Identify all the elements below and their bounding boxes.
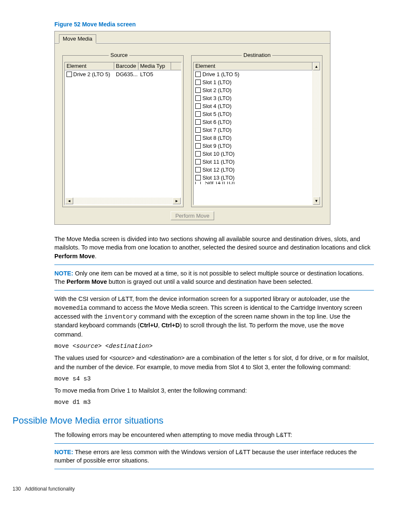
destination-list[interactable]: Element Drive 1 (LTO 5)Slot 1 (LTO)Slot … <box>193 62 320 205</box>
checkbox-icon[interactable] <box>195 135 201 141</box>
list-item[interactable]: Slot 2 (LTO) <box>194 86 312 94</box>
source-list[interactable]: Element Barcode Media Typ Drive 2 (LTO 5… <box>64 62 182 205</box>
body-text: The Move Media screen is divided into tw… <box>54 235 374 469</box>
source-row[interactable]: Drive 2 (LTO 5) DG635... LTO5 <box>65 70 181 78</box>
list-item[interactable]: Slot 11 (LTO) <box>194 158 312 166</box>
checkbox-icon[interactable] <box>195 159 201 164</box>
col-dest-element[interactable]: Element <box>194 62 312 70</box>
h-scrollbar[interactable]: ◄ ► <box>65 198 181 204</box>
checkbox-icon[interactable] <box>195 95 201 101</box>
list-item[interactable]: Slot 1 (LTO) <box>194 78 312 86</box>
destination-title: Destination <box>242 52 272 58</box>
destination-group: Destination Element Drive 1 (LTO 5)Slot … <box>191 55 322 207</box>
list-item[interactable]: Slot 10 (LTO) <box>194 150 312 158</box>
checkbox-icon[interactable] <box>195 182 201 184</box>
checkbox-icon[interactable] <box>66 72 72 77</box>
checkbox-icon[interactable] <box>195 151 201 157</box>
list-item[interactable]: Slot 12 (LTO) <box>194 166 312 174</box>
note-label: NOTE: <box>54 449 73 455</box>
scroll-down-icon[interactable]: ▼ <box>313 197 320 205</box>
source-title: Source <box>109 52 129 58</box>
checkbox-icon[interactable] <box>195 175 201 180</box>
col-media-type[interactable]: Media Typ <box>138 62 171 70</box>
move-media-window: Move Media Source Element Barcode Media … <box>54 31 330 225</box>
note-label: NOTE: <box>54 270 73 277</box>
list-item[interactable]: Slot 7 (LTO) <box>194 126 312 134</box>
col-barcode[interactable]: Barcode <box>114 62 138 70</box>
section-heading: Possible Move Media error situations <box>13 414 374 427</box>
checkbox-icon[interactable] <box>195 103 201 109</box>
checkbox-icon[interactable] <box>195 111 201 117</box>
list-item[interactable]: Slot 8 (LTO) <box>194 134 312 142</box>
checkbox-icon[interactable] <box>195 127 201 133</box>
list-item[interactable]: Slot 13 (LTO) <box>194 174 312 182</box>
list-item[interactable]: Slot 3 (LTO) <box>194 94 312 102</box>
col-element[interactable]: Element <box>65 62 114 70</box>
page-footer: 130 Additional functionality <box>13 486 374 492</box>
checkbox-icon[interactable] <box>195 72 201 77</box>
v-scrollbar[interactable]: ▲ ▼ <box>312 62 320 205</box>
list-item[interactable]: Slot 4 (LTO) <box>194 102 312 110</box>
scroll-left-icon[interactable]: ◄ <box>65 198 73 204</box>
source-group: Source Element Barcode Media Typ Drive 2… <box>62 55 184 207</box>
list-item[interactable]: Slot 9 (LTO) <box>194 142 312 150</box>
scroll-up-icon[interactable]: ▲ <box>313 62 320 70</box>
scroll-right-icon[interactable]: ► <box>173 198 181 204</box>
tab-move-media[interactable]: Move Media <box>59 34 96 44</box>
list-item[interactable]: Slot 6 (LTO) <box>194 118 312 126</box>
perform-move-button[interactable]: Perform Move <box>171 211 214 220</box>
checkbox-icon[interactable] <box>195 119 201 125</box>
figure-caption: Figure 52 Move Media screen <box>54 21 374 28</box>
checkbox-icon[interactable] <box>195 143 201 149</box>
checkbox-icon[interactable] <box>195 167 201 172</box>
list-item[interactable]: Slot 5 (LTO) <box>194 110 312 118</box>
checkbox-icon[interactable] <box>195 80 201 85</box>
list-item[interactable]: Slot 14 (LTO) <box>194 182 312 184</box>
checkbox-icon[interactable] <box>195 87 201 93</box>
list-item[interactable]: Drive 1 (LTO 5) <box>194 70 312 78</box>
